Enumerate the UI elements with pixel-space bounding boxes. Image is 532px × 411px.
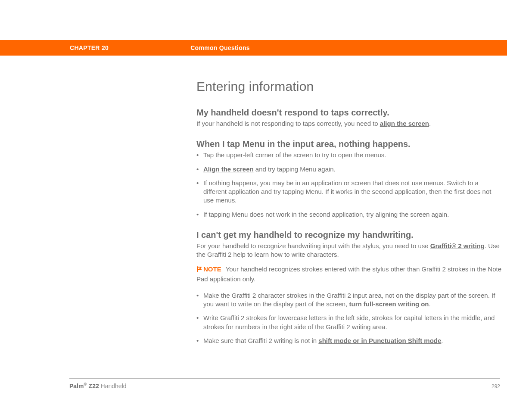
q3-b3-after: .: [441, 337, 443, 344]
q3-heading: I can't get my handheld to recognize my …: [196, 230, 502, 240]
q1-text: If your handheld is not responding to ta…: [196, 119, 502, 128]
q1-text-before: If your handheld is not responding to ta…: [196, 120, 380, 127]
header-stripe-left: [0, 40, 25, 56]
list-item: Make the Graffiti 2 character strokes in…: [196, 291, 502, 309]
brand-after: Handheld: [99, 383, 127, 389]
q3-p1-before: For your handheld to recognize handwriti…: [196, 242, 430, 249]
fullscreen-writing-link[interactable]: turn full-screen writing on: [349, 300, 429, 308]
q3-list: Make the Graffiti 2 character strokes in…: [196, 291, 502, 345]
q3-b3-before: Make sure that Graffiti 2 writing is not…: [203, 337, 318, 344]
align-screen-link-2[interactable]: Align the screen: [203, 165, 254, 173]
page-title: Entering information: [196, 79, 502, 94]
q1-text-after: .: [429, 120, 431, 127]
registered-mark: ®: [84, 382, 87, 386]
graffiti-writing-link[interactable]: Graffiti® 2 writing: [430, 242, 485, 249]
q2-b4: If tapping Menu does not work in the sec…: [203, 211, 449, 218]
note-block: NOTEYour handheld recognizes strokes ent…: [196, 265, 502, 283]
header-stripe-right: [507, 40, 532, 56]
q3-b1-after: .: [429, 300, 431, 308]
footer: Palm® Z22 Handheld 292: [69, 382, 500, 389]
list-item: Write Graffiti 2 strokes for lowercase l…: [196, 314, 502, 331]
section-label: Common Questions: [190, 44, 250, 51]
header-main: CHAPTER 20 Common Questions: [25, 40, 507, 56]
footer-rule: [69, 378, 500, 379]
q2-list: Tap the upper-left corner of the screen …: [196, 151, 502, 219]
page-number: 292: [492, 383, 500, 389]
q2-b1: Tap the upper-left corner of the screen …: [203, 151, 386, 159]
brand-name: Palm: [69, 383, 84, 389]
list-item: If tapping Menu does not work in the sec…: [196, 210, 502, 219]
chapter-label: CHAPTER 20: [70, 44, 109, 51]
list-item: Align the screen and try tapping Menu ag…: [196, 165, 502, 174]
shift-mode-link[interactable]: shift mode or in Punctuation Shift mode: [318, 337, 441, 344]
note-flag-icon: [196, 266, 202, 274]
q3-intro: For your handheld to recognize handwriti…: [196, 242, 502, 259]
note-text: Your handheld recognizes strokes entered…: [196, 265, 501, 282]
main-content: Entering information My handheld doesn't…: [196, 79, 502, 350]
q2-b2-after: and try tapping Menu again.: [254, 165, 336, 173]
q2-heading: When I tap Menu in the input area, nothi…: [196, 139, 502, 149]
header-bar: CHAPTER 20 Common Questions: [0, 40, 532, 56]
brand-model: Z22: [87, 383, 99, 389]
q2-b3: If nothing happens, you may be in an app…: [203, 179, 491, 204]
align-screen-link[interactable]: align the screen: [380, 120, 429, 127]
note-label: NOTE: [203, 265, 221, 273]
q3-b2: Write Graffiti 2 strokes for lowercase l…: [203, 314, 495, 330]
footer-brand: Palm® Z22 Handheld: [69, 382, 127, 389]
list-item: If nothing happens, you may be in an app…: [196, 179, 502, 205]
list-item: Tap the upper-left corner of the screen …: [196, 151, 502, 159]
list-item: Make sure that Graffiti 2 writing is not…: [196, 336, 502, 345]
q1-heading: My handheld doesn't respond to taps corr…: [196, 108, 502, 118]
